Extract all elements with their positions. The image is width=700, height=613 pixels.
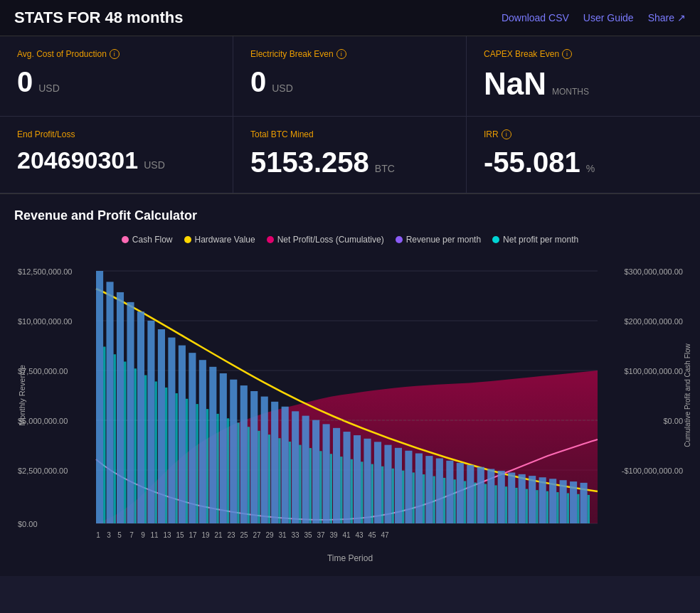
svg-rect-63 xyxy=(196,404,198,523)
svg-rect-67 xyxy=(216,414,218,523)
legend-cash-flow: Cash Flow xyxy=(122,235,173,245)
svg-rect-128 xyxy=(529,476,536,523)
capex-break-card: CAPEX Break Even i NaN MONTHS xyxy=(467,36,700,117)
svg-rect-136 xyxy=(570,481,577,523)
avg-cost-info-icon[interactable]: i xyxy=(110,49,120,59)
svg-rect-97 xyxy=(371,464,373,523)
svg-rect-102 xyxy=(395,448,402,523)
svg-rect-104 xyxy=(405,451,412,523)
svg-rect-118 xyxy=(477,467,484,523)
svg-rect-47 xyxy=(114,354,116,523)
svg-rect-92 xyxy=(344,432,351,523)
svg-rect-81 xyxy=(289,442,291,523)
elec-break-value: 0 USD xyxy=(250,66,449,98)
elec-break-info-icon[interactable]: i xyxy=(336,49,346,59)
end-profit-label: End Profit/Loss xyxy=(17,129,216,139)
svg-rect-120 xyxy=(487,469,494,523)
svg-rect-74 xyxy=(250,391,258,523)
svg-rect-108 xyxy=(425,456,433,523)
svg-rect-66 xyxy=(209,367,216,523)
irr-label: IRR i xyxy=(484,129,683,139)
svg-rect-57 xyxy=(165,388,167,523)
svg-rect-101 xyxy=(392,469,394,523)
share-link[interactable]: Share ↗ xyxy=(648,12,686,23)
svg-rect-54 xyxy=(147,321,154,523)
bar-chart-overlay xyxy=(14,253,686,552)
svg-rect-44 xyxy=(96,271,103,523)
legend-revenue-per-month: Revenue per month xyxy=(396,235,481,245)
svg-rect-113 xyxy=(453,479,455,523)
svg-rect-72 xyxy=(240,385,248,523)
svg-rect-126 xyxy=(519,474,526,523)
svg-rect-114 xyxy=(457,463,464,523)
svg-rect-89 xyxy=(330,454,332,523)
legend-net-profit-per-month: Net profit per month xyxy=(492,235,578,245)
svg-rect-94 xyxy=(354,435,361,523)
svg-rect-100 xyxy=(384,445,391,523)
irr-info-icon[interactable]: i xyxy=(502,129,511,139)
chart-section: Revenue and Profit Calculator Cash Flow … xyxy=(0,194,700,576)
svg-rect-91 xyxy=(340,457,342,523)
svg-rect-124 xyxy=(508,472,515,523)
svg-rect-106 xyxy=(415,454,423,523)
irr-value: -55.081 % xyxy=(484,146,683,178)
svg-rect-132 xyxy=(549,479,556,523)
svg-rect-88 xyxy=(323,424,330,523)
svg-rect-64 xyxy=(199,360,206,523)
svg-rect-53 xyxy=(144,375,147,523)
svg-rect-52 xyxy=(137,311,144,523)
chart-title: Revenue and Profit Calculator xyxy=(14,208,686,223)
x-axis-label: Time Period xyxy=(14,553,686,569)
irr-card: IRR i -55.081 % xyxy=(467,117,700,193)
svg-rect-107 xyxy=(423,474,425,523)
svg-rect-78 xyxy=(271,402,278,523)
user-guide-link[interactable]: User Guide xyxy=(583,12,634,23)
svg-rect-65 xyxy=(206,409,208,523)
avg-cost-card: Avg. Cost of Production i 0 USD xyxy=(0,36,233,117)
svg-rect-130 xyxy=(539,477,546,523)
svg-rect-48 xyxy=(117,292,124,523)
svg-rect-134 xyxy=(560,480,567,523)
svg-rect-125 xyxy=(515,488,517,523)
svg-rect-50 xyxy=(127,302,134,523)
svg-rect-137 xyxy=(577,494,579,523)
svg-rect-121 xyxy=(494,485,497,523)
svg-rect-75 xyxy=(258,431,260,523)
capex-break-info-icon[interactable]: i xyxy=(562,49,572,59)
svg-rect-90 xyxy=(333,428,340,523)
end-profit-card: End Profit/Loss 204690301 USD xyxy=(0,117,233,193)
svg-rect-71 xyxy=(237,422,239,523)
svg-rect-86 xyxy=(312,420,319,523)
svg-rect-93 xyxy=(351,459,353,523)
svg-rect-49 xyxy=(124,361,126,523)
svg-rect-133 xyxy=(556,492,558,523)
svg-rect-51 xyxy=(134,368,137,523)
svg-rect-127 xyxy=(526,489,528,523)
legend-net-profit-cumulative: Net Profit/Loss (Cumulative) xyxy=(267,235,384,245)
avg-cost-label: Avg. Cost of Production i xyxy=(17,49,216,59)
svg-rect-82 xyxy=(292,411,299,523)
svg-rect-69 xyxy=(227,418,229,523)
svg-rect-111 xyxy=(443,478,445,523)
svg-rect-68 xyxy=(220,373,227,523)
capex-break-label: CAPEX Break Even i xyxy=(484,49,683,59)
svg-rect-85 xyxy=(309,448,312,523)
svg-rect-122 xyxy=(498,471,505,523)
svg-rect-119 xyxy=(484,484,487,523)
svg-rect-76 xyxy=(261,397,268,523)
download-csv-link[interactable]: Download CSV xyxy=(502,12,569,23)
end-profit-value: 204690301 USD xyxy=(17,146,216,174)
svg-rect-59 xyxy=(175,393,177,523)
svg-rect-77 xyxy=(268,435,270,523)
svg-rect-138 xyxy=(580,483,588,523)
svg-rect-129 xyxy=(536,490,538,523)
share-icon: ↗ xyxy=(677,12,686,23)
svg-rect-45 xyxy=(103,347,105,524)
svg-rect-95 xyxy=(361,462,363,523)
svg-rect-87 xyxy=(319,451,322,523)
elec-break-label: Electricity Break Even i xyxy=(250,49,449,59)
legend-hardware-value: Hardware Value xyxy=(184,235,255,245)
total-btc-card: Total BTC Mined 5153.258 BTC xyxy=(233,117,467,193)
total-btc-value: 5153.258 BTC xyxy=(250,146,449,178)
svg-rect-70 xyxy=(230,380,237,523)
